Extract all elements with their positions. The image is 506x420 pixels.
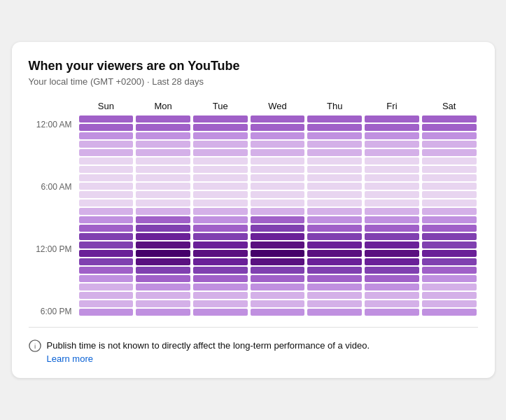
heatmap-cell <box>422 292 477 299</box>
heatmap-cell <box>193 216 248 223</box>
heatmap-cell <box>365 216 419 223</box>
heatmap-cell <box>79 208 134 215</box>
day-col <box>78 115 135 316</box>
heatmap-cell <box>136 132 190 139</box>
heatmap-cell <box>307 309 362 316</box>
heatmap-cell <box>79 200 134 206</box>
heatmap-cell <box>136 267 190 274</box>
day-col <box>249 115 307 316</box>
learn-more-link[interactable]: Learn more <box>47 354 370 364</box>
heatmap-cell <box>79 132 134 139</box>
heatmap-cell <box>251 216 305 223</box>
heatmap-cell <box>193 267 248 274</box>
heatmap-cell <box>136 241 190 248</box>
grid-container: SunMonTueWedThuFriSat <box>78 101 478 316</box>
heatmap-cell <box>136 233 190 240</box>
heatmap-cell <box>136 225 190 232</box>
heatmap-cell <box>422 267 477 274</box>
y-axis-label: 6:00 PM <box>29 307 72 316</box>
y-axis-label: 12:00 AM <box>29 120 72 129</box>
heatmap-cell <box>422 233 477 240</box>
heatmap-cell <box>79 183 134 190</box>
heatmap-cell <box>79 166 134 173</box>
heatmap-cell <box>365 309 419 316</box>
heatmap-cell <box>307 191 362 198</box>
heatmap-cell <box>307 233 362 240</box>
day-col <box>363 115 421 316</box>
heatmap-cell <box>422 141 477 148</box>
heatmap-cell <box>307 183 362 190</box>
heatmap-cell <box>193 124 248 131</box>
heatmap-cell <box>136 149 190 156</box>
heatmap-cell <box>307 258 362 265</box>
heatmap-cell <box>79 216 134 223</box>
heatmap-cell <box>136 158 190 164</box>
heatmap-cell <box>79 284 134 290</box>
day-col <box>306 115 363 316</box>
heatmap-cell <box>365 183 419 190</box>
day-col <box>421 115 478 316</box>
heatmap-cell <box>422 200 477 206</box>
heatmap-cell <box>193 166 248 173</box>
heatmap-cell <box>365 284 419 290</box>
heatmap-cell <box>136 200 190 206</box>
heatmap-cell <box>307 216 362 223</box>
heatmap-cell <box>193 250 248 257</box>
heatmap-cell <box>193 149 248 156</box>
y-axis: 12:00 AM6:00 AM12:00 PM6:00 PM <box>29 101 72 316</box>
day-header: Sun <box>78 101 135 111</box>
heatmap-cell <box>136 250 190 257</box>
heatmap-cell <box>136 166 190 173</box>
heatmap-cell <box>79 233 134 240</box>
heatmap-cell <box>251 250 305 257</box>
heatmap-cell <box>193 208 248 215</box>
heatmap-cell <box>422 300 477 307</box>
heatmap-cell <box>307 267 362 274</box>
heatmap-cell <box>79 158 134 164</box>
heatmap-cell <box>136 216 190 223</box>
day-header: Sat <box>421 101 478 111</box>
heatmap-cell <box>79 174 134 181</box>
heatmap-cell <box>136 300 190 307</box>
heatmap-cell <box>307 208 362 215</box>
heatmap-cell <box>136 191 190 198</box>
heatmap-cell <box>136 141 190 148</box>
y-axis-label: 12:00 PM <box>29 245 72 253</box>
heatmap-cell <box>422 258 477 265</box>
heatmap-cell <box>307 174 362 181</box>
heatmap-cell <box>193 275 248 282</box>
heatmap-cell <box>251 132 305 139</box>
heatmap-cell <box>193 284 248 290</box>
heatmap-cell <box>307 124 362 131</box>
heatmap-cell <box>307 292 362 299</box>
heatmap-cell <box>79 300 134 307</box>
heatmap-cell <box>365 258 419 265</box>
heatmap-cell <box>365 141 419 148</box>
heatmap-cell <box>422 124 477 131</box>
heatmap-cell <box>365 300 419 307</box>
heatmap-cell <box>422 284 477 290</box>
heatmap-cell <box>193 158 248 164</box>
main-card: When your viewers are on YouTube Your lo… <box>12 42 495 379</box>
heatmap-cell <box>251 200 305 206</box>
heatmap-cell <box>365 174 419 181</box>
day-col <box>134 115 192 316</box>
heatmap-cell <box>307 149 362 156</box>
heatmap-cell <box>79 191 134 198</box>
heatmap-cell <box>365 115 419 122</box>
heatmap-cell <box>365 250 419 257</box>
heatmap-cell <box>251 241 305 248</box>
heatmap-grid <box>78 115 478 316</box>
heatmap-cell <box>136 174 190 181</box>
heatmap-cell <box>422 115 477 122</box>
heatmap-cell <box>79 115 134 122</box>
heatmap-cell <box>422 309 477 316</box>
heatmap-cell <box>193 258 248 265</box>
heatmap-cell <box>79 267 134 274</box>
heatmap-cell <box>307 225 362 232</box>
heatmap-cell <box>365 275 419 282</box>
heatmap-cell <box>193 200 248 206</box>
heatmap-cell <box>79 241 134 248</box>
card-subtitle: Your local time (GMT +0200) · Last 28 da… <box>29 76 478 87</box>
card-title: When your viewers are on YouTube <box>29 59 478 74</box>
